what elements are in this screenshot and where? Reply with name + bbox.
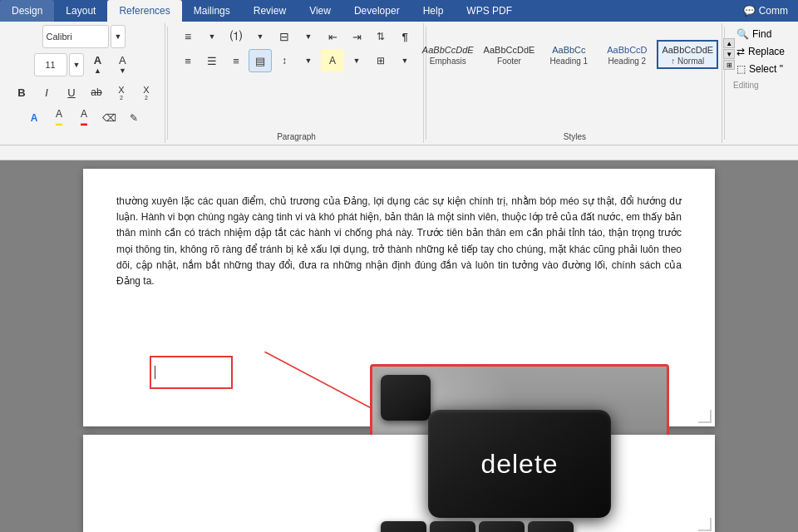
style-emphasis[interactable]: AaBbCcDdE Emphasis	[418, 41, 478, 68]
delete-key-image: delete	[370, 364, 669, 532]
styles-group: AaBbCcDdE Emphasis AaBbCcDdE Footer AaBb…	[428, 23, 722, 143]
delete-key-main: delete	[428, 410, 611, 518]
bold-btn[interactable]: B	[10, 81, 33, 104]
multilevel-btn[interactable]: ⊟	[273, 25, 296, 48]
numbering-dropdown[interactable]: ▼	[249, 25, 272, 48]
tab-review[interactable]: Review	[242, 0, 298, 22]
font-size-dropdown[interactable]: ▼	[69, 53, 85, 76]
multilevel-dropdown[interactable]: ▼	[297, 25, 320, 48]
bullets-btn[interactable]: ≡	[176, 25, 200, 48]
align-left-btn[interactable]: ≡	[176, 49, 200, 72]
tab-layout[interactable]: Layout	[54, 0, 107, 22]
ribbon-content: Calibri ▼ 11 ▼ A▲ A▼ B I U ab X2 X2 A A▬…	[0, 22, 798, 145]
tab-view[interactable]: View	[298, 0, 342, 22]
styles-scroll-up[interactable]: ▲	[723, 38, 735, 48]
tab-developer[interactable]: Developer	[342, 0, 411, 22]
page-1: thường xuyên lặc các quan điểm, chủ trươ…	[83, 169, 715, 426]
font-size-select[interactable]: 11	[34, 53, 67, 76]
style-normal[interactable]: AaBbCcDdE ↑ Normal	[657, 40, 718, 69]
text-effects-btn[interactable]: A	[22, 106, 46, 130]
bullets-dropdown[interactable]: ▼	[200, 25, 224, 48]
shading-dropdown[interactable]: ▼	[345, 49, 368, 72]
clear-format-btn[interactable]: ⌫	[97, 106, 121, 130]
replace-btn[interactable]: ⇄ Replace	[733, 44, 788, 59]
strikethrough-btn[interactable]: ab	[85, 81, 108, 104]
page-corner-1	[698, 410, 712, 423]
borders-dropdown[interactable]: ▼	[393, 49, 416, 72]
show-marks-btn[interactable]: ¶	[393, 25, 416, 48]
styles-scroll-controls: ▲ ▼ ⊞	[723, 38, 735, 70]
find-btn[interactable]: 🔍 Find	[733, 27, 788, 42]
editing-group: 🔍 Find ⇄ Replace ⬚ Select " Editing	[727, 23, 795, 143]
styles-scroll-down[interactable]: ▼	[723, 49, 735, 59]
justify-btn[interactable]: ▤	[249, 49, 272, 72]
styles-area: AaBbCcDdE Emphasis AaBbCcDdE Footer AaBb…	[415, 37, 722, 72]
comm-button[interactable]: 💬 Comm	[733, 0, 798, 22]
font-decrease[interactable]: A▼	[111, 52, 134, 77]
tab-mailings[interactable]: Mailings	[182, 0, 242, 22]
align-right-btn[interactable]: ≡	[224, 49, 248, 72]
tab-help[interactable]: Help	[411, 0, 456, 22]
style-footer[interactable]: AaBbCcDdE Footer	[480, 41, 539, 68]
paragraph-group: ≡ ▼ ⑴ ▼ ⊟ ▼ ⇤ ⇥ ⇅ ¶ ≡ ☰ ≡ ▤ ↕ ▼ A ▼ ⊞	[170, 23, 424, 143]
font-color-btn[interactable]: A▬	[72, 106, 96, 130]
tab-design[interactable]: Design	[0, 0, 54, 22]
document-area[interactable]: thường xuyên lặc các quan điểm, chủ trươ…	[0, 160, 798, 532]
font-increase[interactable]: A▲	[86, 52, 109, 77]
tab-references[interactable]: References	[107, 0, 181, 22]
increase-indent-btn[interactable]: ⇥	[345, 25, 368, 48]
styles-label: Styles	[428, 132, 722, 141]
sort-btn[interactable]: ⇅	[369, 25, 392, 48]
tab-wps-pdf[interactable]: WPS PDF	[455, 0, 524, 22]
font-group: Calibri ▼ 11 ▼ A▲ A▼ B I U ab X2 X2 A A▬…	[3, 23, 165, 143]
style-heading2[interactable]: AaBbCcD Heading 2	[598, 41, 655, 68]
style-heading1[interactable]: AaBbCc Heading 1	[540, 41, 597, 68]
styles-more[interactable]: ⊞	[723, 60, 735, 70]
underline-btn[interactable]: U	[60, 81, 83, 104]
text-cursor-box[interactable]	[150, 356, 233, 389]
shading-btn[interactable]: A	[321, 49, 344, 72]
line-spacing-btn[interactable]: ↕	[273, 49, 296, 72]
page-corner-2	[698, 518, 712, 531]
key-top-left	[381, 375, 431, 421]
borders-btn[interactable]: ⊞	[369, 49, 392, 72]
select-btn[interactable]: ⬚ Select "	[733, 62, 788, 76]
find-icon: 🔍	[736, 28, 749, 40]
text-cursor	[155, 366, 155, 379]
ribbon-tabs: Design Layout References Mailings Review…	[0, 0, 798, 22]
comm-icon: 💬	[743, 5, 756, 17]
font-dropdown[interactable]: ▼	[111, 25, 126, 48]
editing-label: Editing	[733, 81, 759, 90]
paragraph-label: Paragraph	[170, 132, 423, 141]
select-icon: ⬚	[736, 63, 746, 75]
highlight-btn[interactable]: A▬	[47, 106, 71, 130]
superscript-btn[interactable]: X2	[135, 81, 158, 104]
align-center-btn[interactable]: ☰	[200, 49, 224, 72]
format-painter-btn[interactable]: ✎	[122, 106, 145, 130]
font-name-select[interactable]: Calibri	[42, 25, 109, 48]
replace-icon: ⇄	[736, 46, 745, 57]
bottom-keys	[381, 521, 574, 532]
subscript-btn[interactable]: X2	[110, 81, 133, 104]
line-spacing-dropdown[interactable]: ▼	[297, 49, 320, 72]
numbering-btn[interactable]: ⑴	[224, 25, 248, 48]
decrease-indent-btn[interactable]: ⇤	[321, 25, 344, 48]
document-text: thường xuyên lặc các quan điểm, chủ trươ…	[116, 194, 682, 289]
italic-btn[interactable]: I	[35, 81, 58, 104]
ruler	[0, 145, 798, 160]
